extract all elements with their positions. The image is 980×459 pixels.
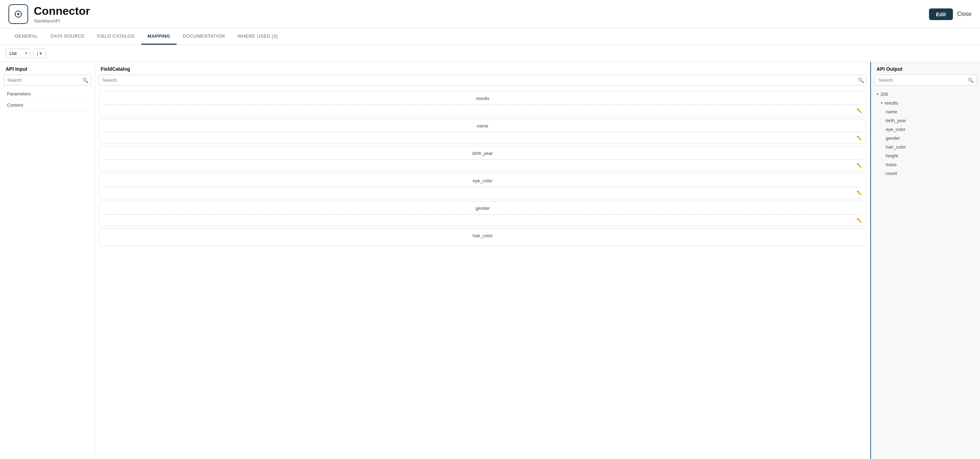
- api-output-search-box: 🔍: [875, 75, 977, 86]
- field-dashed-name: [104, 132, 861, 132]
- field-card-eye-color: eye_color ✏️: [99, 174, 866, 199]
- field-card-birth-year: birth_year ✏️: [99, 146, 866, 171]
- tab-mapping[interactable]: MAPPING: [142, 29, 177, 45]
- tabs-bar: GENERAL DATA SOURCE FIELD CATALOG MAPPIN…: [0, 29, 980, 45]
- tab-general[interactable]: GENERAL: [8, 29, 45, 45]
- field-name-hair-color: hair_color: [104, 233, 861, 238]
- api-input-panel: API Input 🔍 Parameters Content: [0, 62, 95, 459]
- header-left: Connector StarWarsAPI: [8, 4, 90, 24]
- search-icon: 🔍: [82, 77, 88, 83]
- edit-icon-eye-color[interactable]: ✏️: [856, 190, 862, 196]
- field-card-results: results ✏️: [99, 91, 866, 116]
- svg-point-1: [17, 13, 19, 15]
- output-label-results: results: [885, 100, 898, 105]
- api-input-search-input[interactable]: [3, 75, 91, 86]
- field-card-gender: gender ✏️: [99, 201, 866, 226]
- api-output-title: API Output: [871, 62, 980, 75]
- field-catalog-search-input[interactable]: [99, 75, 867, 86]
- output-label-height: height: [886, 153, 898, 158]
- output-item-gender[interactable]: gender: [871, 134, 980, 143]
- edit-icon-birth-year[interactable]: ✏️: [856, 163, 862, 168]
- chevron-down-icon: ▾: [40, 51, 42, 56]
- field-dashed-eye-color: [104, 187, 861, 187]
- output-item-birth-year[interactable]: birth_year: [871, 116, 980, 125]
- field-list: results ✏️ name ✏️ birth_year ✏️ eye_col…: [95, 88, 870, 459]
- edit-icon-results[interactable]: ✏️: [856, 108, 862, 113]
- tab-where-used[interactable]: WHERE USED (3): [231, 29, 284, 45]
- output-label-hair-color: hair_color: [886, 144, 906, 150]
- api-input-item-parameters[interactable]: Parameters: [0, 88, 95, 100]
- header: Connector StarWarsAPI Edit Close: [0, 0, 980, 29]
- close-button[interactable]: Close: [957, 11, 972, 17]
- toolbar-extra-button[interactable]: | ▾: [33, 49, 46, 58]
- field-dashed-results: [104, 105, 861, 105]
- output-item-height[interactable]: height: [871, 151, 980, 160]
- output-item-hair-color[interactable]: hair_color: [871, 143, 980, 151]
- field-dashed-gender: [104, 214, 861, 215]
- toolbar-divider: |: [37, 51, 38, 56]
- tab-documentation[interactable]: DOCUMENTATION: [177, 29, 231, 45]
- api-output-search-input[interactable]: [875, 75, 977, 86]
- tab-field-catalog[interactable]: FIELD CATALOG: [91, 29, 141, 45]
- edit-icon-name[interactable]: ✏️: [856, 135, 862, 141]
- output-item-200[interactable]: ▾ 200: [871, 90, 980, 99]
- field-name-name: name: [104, 123, 861, 129]
- output-item-count[interactable]: count: [871, 169, 980, 178]
- field-dashed-birth-year: [104, 159, 861, 160]
- field-name-eye-color: eye_color: [104, 178, 861, 183]
- header-title-block: Connector StarWarsAPI: [34, 5, 90, 24]
- subtitle: StarWarsAPI: [34, 18, 90, 24]
- view-mode-select[interactable]: List Grid: [6, 49, 30, 58]
- connector-icon: [8, 4, 28, 24]
- output-label-birth-year: birth_year: [886, 118, 906, 123]
- toolbar: List Grid | ▾: [0, 45, 980, 62]
- main-layout: API Input 🔍 Parameters Content FieldCata…: [0, 62, 980, 459]
- tab-data-source[interactable]: DATA SOURCE: [45, 29, 91, 45]
- field-catalog-panel: FieldCatalog 🔍 results ✏️ name ✏️ birth_…: [95, 62, 871, 459]
- field-name-birth-year: birth_year: [104, 151, 861, 156]
- field-card-name: name ✏️: [99, 119, 866, 144]
- api-input-title: API Input: [0, 62, 95, 75]
- api-output-panel: API Output 🔍 ▾ 200 ▾ results name birth_…: [871, 62, 980, 459]
- output-label-count: count: [886, 171, 897, 176]
- field-name-results: results: [104, 96, 861, 101]
- search-icon-fc: 🔍: [858, 77, 864, 83]
- output-item-results[interactable]: ▾ results: [871, 99, 980, 107]
- output-item-eye-color[interactable]: eye_color: [871, 125, 980, 134]
- page-title: Connector: [34, 5, 90, 18]
- output-label-gender: gender: [886, 135, 900, 141]
- chevron-results: ▾: [881, 101, 883, 105]
- field-catalog-search-box: 🔍: [99, 75, 867, 86]
- edit-icon-gender[interactable]: ✏️: [856, 218, 862, 223]
- api-input-search-box: 🔍: [3, 75, 91, 86]
- output-item-mass[interactable]: mass: [871, 160, 980, 169]
- output-label-200: 200: [880, 91, 888, 97]
- search-icon-out: 🔍: [968, 77, 974, 83]
- edit-button[interactable]: Edit: [929, 8, 953, 20]
- field-card-hair-color: hair_color: [99, 228, 866, 246]
- header-actions: Edit Close: [929, 8, 972, 20]
- field-name-gender: gender: [104, 206, 861, 211]
- output-item-name[interactable]: name: [871, 107, 980, 116]
- output-label-mass: mass: [886, 162, 897, 167]
- output-tree: ▾ 200 ▾ results name birth_year eye_colo…: [871, 88, 980, 459]
- field-catalog-title: FieldCatalog: [95, 62, 870, 75]
- api-input-item-content[interactable]: Content: [0, 100, 95, 111]
- chevron-200: ▾: [877, 92, 878, 96]
- output-label-eye-color: eye_color: [886, 127, 905, 132]
- output-label-name: name: [886, 109, 897, 115]
- list-select-wrapper: List Grid: [6, 49, 30, 58]
